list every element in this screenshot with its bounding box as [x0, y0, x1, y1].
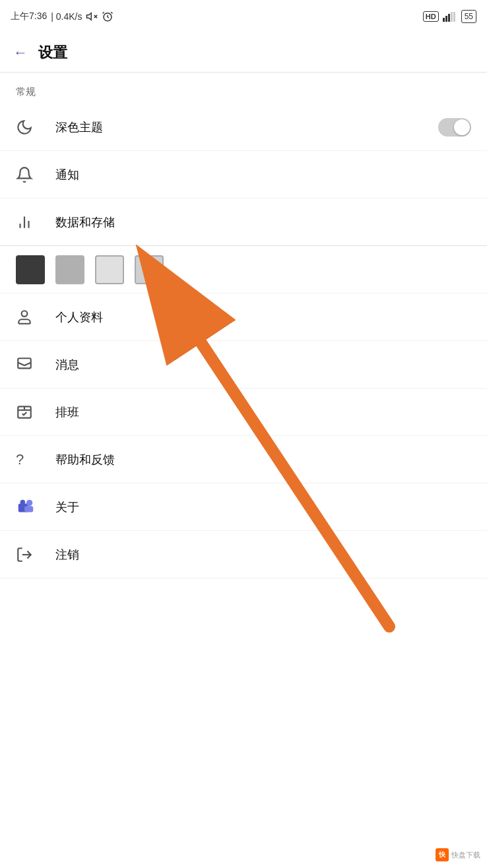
message-label: 消息	[55, 357, 471, 373]
dark-theme-toggle-container	[438, 118, 471, 137]
status-left: 上午7:36 | 0.4K/s	[11, 11, 114, 22]
clock-icon	[16, 404, 42, 421]
person-icon	[16, 309, 42, 326]
toggle-thumb	[454, 119, 470, 135]
hd-badge: HD	[423, 11, 439, 22]
schedule-label: 排班	[55, 404, 471, 420]
bell-icon	[16, 166, 42, 183]
teams-icon	[16, 497, 42, 517]
watermark-icon: 快	[436, 848, 449, 861]
bar-chart-icon	[16, 214, 42, 231]
settings-item-notification[interactable]: 通知	[0, 151, 487, 199]
moon-icon	[16, 119, 42, 136]
svg-line-5	[112, 12, 113, 13]
message-icon	[16, 356, 42, 373]
svg-rect-9	[451, 12, 453, 22]
settings-item-profile[interactable]: 个人资料	[0, 294, 487, 341]
settings-header: ← 设置	[0, 33, 487, 73]
settings-item-dark-theme[interactable]: 深色主题	[0, 104, 487, 151]
mute-icon	[86, 11, 98, 22]
color-swatch-dark[interactable]	[16, 255, 45, 284]
color-swatch-mid[interactable]	[55, 255, 84, 284]
about-label: 关于	[55, 499, 471, 515]
svg-marker-0	[87, 13, 92, 20]
network-speed: | 0.4K/s	[51, 11, 82, 22]
svg-rect-8	[448, 14, 450, 22]
settings-item-help[interactable]: ? 帮助和反馈	[0, 436, 487, 483]
notification-label: 通知	[55, 167, 471, 183]
page-title: 设置	[38, 43, 67, 63]
status-bar: 上午7:36 | 0.4K/s HD 55	[0, 0, 487, 33]
svg-rect-22	[24, 506, 33, 512]
svg-point-21	[26, 499, 32, 505]
dark-theme-label: 深色主题	[55, 119, 438, 135]
color-swatch-light[interactable]	[95, 255, 124, 284]
data-storage-label: 数据和存储	[55, 214, 471, 230]
settings-item-message[interactable]: 消息	[0, 341, 487, 388]
dark-theme-toggle[interactable]	[438, 118, 471, 137]
svg-point-14	[22, 311, 28, 317]
watermark: 快 快盘下载	[436, 848, 480, 861]
section-general-label: 常规	[0, 73, 487, 104]
logout-label: 注销	[55, 547, 471, 563]
svg-line-4	[103, 12, 104, 13]
svg-rect-7	[445, 16, 447, 22]
time-display: 上午7:36	[11, 11, 47, 22]
settings-item-logout[interactable]: 注销	[0, 531, 487, 578]
status-right: HD 55	[423, 10, 476, 23]
back-button[interactable]: ←	[13, 44, 28, 61]
settings-item-about[interactable]: 关于	[0, 483, 487, 531]
svg-rect-6	[443, 18, 445, 22]
color-swatch-selected[interactable]	[135, 255, 164, 284]
alarm-icon	[102, 11, 114, 22]
settings-item-data-storage[interactable]: 数据和存储	[0, 199, 487, 246]
svg-rect-10	[453, 12, 455, 22]
signal-icon	[443, 11, 457, 22]
theme-color-row	[0, 246, 487, 294]
help-label: 帮助和反馈	[55, 452, 471, 468]
logout-icon	[16, 546, 42, 563]
settings-item-schedule[interactable]: 排班	[0, 388, 487, 436]
profile-label: 个人资料	[55, 309, 471, 325]
svg-point-23	[20, 499, 26, 505]
question-icon: ?	[16, 451, 42, 468]
watermark-text: 快盘下载	[451, 850, 480, 860]
battery-indicator: 55	[461, 10, 476, 23]
